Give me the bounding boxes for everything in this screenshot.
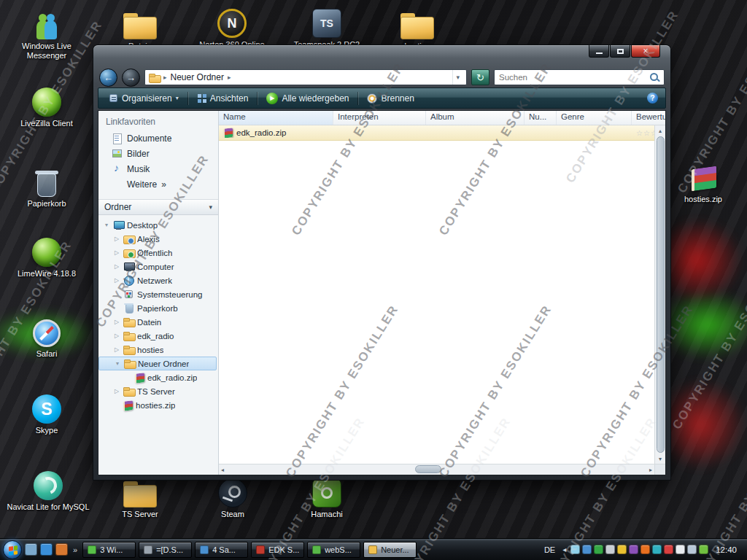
start-button[interactable] xyxy=(3,540,22,559)
tree-item-edk-radio-zip[interactable]: edk_radio.zip xyxy=(98,370,217,384)
refresh-button[interactable]: ↻ xyxy=(471,69,489,85)
tray-app-icon[interactable] xyxy=(617,545,627,554)
address-dropdown-icon[interactable]: ▾ xyxy=(452,70,462,85)
taskbar-button-5[interactable]: webS... xyxy=(307,542,360,558)
vertical-scroll-thumb[interactable] xyxy=(657,136,665,453)
tray-app-icon[interactable] xyxy=(699,545,708,554)
search-box[interactable] xyxy=(494,69,665,85)
burn-button[interactable]: Brennen xyxy=(364,93,417,104)
fav-bilder[interactable]: Bilder xyxy=(98,146,218,161)
expand-icon[interactable]: ▷ xyxy=(113,249,120,256)
taskbar-button-neuer-ordner[interactable]: Neuer... xyxy=(363,542,417,558)
expand-icon[interactable]: ▷ xyxy=(113,236,120,242)
desktop-icon-safari[interactable]: Safari xyxy=(20,312,73,359)
media-player-icon[interactable] xyxy=(55,543,68,556)
column-header-name[interactable]: Name xyxy=(219,111,333,125)
search-input[interactable] xyxy=(499,73,646,82)
tray-collapse-icon[interactable]: ◂ xyxy=(561,545,568,553)
internet-explorer-icon[interactable] xyxy=(40,543,53,556)
column-header-genre[interactable]: Genre xyxy=(557,111,632,125)
volume-icon[interactable] xyxy=(676,545,685,554)
expand-icon[interactable]: ▷ xyxy=(113,332,120,339)
taskbar-button-4[interactable]: EDK S... xyxy=(251,542,304,558)
desktop-icon-hosties[interactable]: hosties xyxy=(388,4,446,51)
expand-icon[interactable]: ▷ xyxy=(113,319,120,325)
desktop-icon-hosties-zip[interactable]: hosties.zip xyxy=(673,158,734,204)
tree-item-systemsteuerung[interactable]: Systemsteuerung xyxy=(98,287,217,301)
chevron-icon[interactable]: ▸ xyxy=(163,74,167,81)
fav-weitere[interactable]: Weitere » xyxy=(98,176,218,192)
desktop-icon-limewire[interactable]: LimeWire 4.18.8 xyxy=(10,232,83,279)
desktop-icon-datein[interactable]: Datein xyxy=(111,4,169,51)
tree-item-computer[interactable]: ▷ Computer xyxy=(98,260,217,273)
views-button[interactable]: Ansichten xyxy=(194,93,252,104)
tray-app-icon[interactable] xyxy=(582,545,592,554)
fav-musik[interactable]: Musik xyxy=(98,161,218,176)
desktop-icon-papierkorb[interactable]: Papierkorb xyxy=(15,162,79,209)
fav-dokumente[interactable]: Dokumente xyxy=(98,131,218,146)
rating-stars[interactable]: ☆☆☆☆☆ xyxy=(632,129,654,137)
scroll-right-icon[interactable]: ▸ xyxy=(649,467,652,473)
vertical-scrollbar[interactable]: ▴ ▾ xyxy=(654,125,665,464)
minimize-button[interactable] xyxy=(589,45,609,58)
taskbar-button-3[interactable]: 4 Sa... xyxy=(195,542,248,558)
hamachi-tray-icon[interactable] xyxy=(594,545,603,554)
network-icon[interactable] xyxy=(687,545,697,554)
tree-item-papierkorb[interactable]: Papierkorb xyxy=(98,301,217,315)
expand-icon[interactable]: ▾ xyxy=(114,360,121,367)
desktop-icon-livezilla[interactable]: LiveZilla Client xyxy=(13,82,80,128)
organize-button[interactable]: Organisieren ▾ xyxy=(106,93,182,104)
column-header-nummer[interactable]: Nu... xyxy=(525,111,557,125)
firefox-icon[interactable] xyxy=(640,545,650,554)
tray-app-icon[interactable] xyxy=(605,545,615,554)
scroll-up-icon[interactable]: ▴ xyxy=(655,125,665,136)
desktop-icon-navicat[interactable]: Navicat Lite for MySQL xyxy=(6,465,90,512)
desktop-icon-norton[interactable]: Norton 360 Online xyxy=(197,3,267,50)
tree-item-hosties-zip[interactable]: hosties.zip xyxy=(98,398,217,412)
expand-icon[interactable]: ▷ xyxy=(113,346,120,353)
expand-icon[interactable]: ▷ xyxy=(113,263,120,270)
tree-item-datein[interactable]: ▷ Datein xyxy=(98,315,217,329)
tree-item-hosties[interactable]: ▷ hosties xyxy=(98,343,217,357)
expand-icon[interactable]: ▷ xyxy=(113,388,120,394)
maximize-button[interactable] xyxy=(610,45,630,58)
folders-band[interactable]: Ordner ▾ xyxy=(98,199,218,215)
desktop-icon-teamspeak[interactable]: Teamspeak 2 RC2 xyxy=(292,3,362,50)
desktop-icon-windows-live-messenger[interactable]: Windows Live Messenger xyxy=(6,4,88,61)
tray-app-icon[interactable] xyxy=(629,545,638,554)
title-bar[interactable]: × xyxy=(98,45,666,67)
back-button[interactable]: ← xyxy=(99,69,117,87)
desktop-icon-skype[interactable]: Skype xyxy=(20,389,73,435)
column-header-bewertung[interactable]: Bewertung xyxy=(632,111,665,125)
show-desktop-icon[interactable] xyxy=(25,543,37,556)
file-row-edk-radio-zip[interactable]: edk_radio.zip ☆☆☆☆☆ xyxy=(219,125,654,141)
tree-item-edk-radio[interactable]: ▷ edk_radio xyxy=(98,329,217,343)
column-header-album[interactable]: Album xyxy=(426,111,525,125)
tree-item-desktop[interactable]: ▾ Desktop xyxy=(98,218,217,232)
shield-icon[interactable] xyxy=(664,545,673,554)
help-button[interactable]: ? xyxy=(647,93,658,104)
scroll-down-icon[interactable]: ▾ xyxy=(655,454,665,464)
taskbar-button-1[interactable]: 3 Wi... xyxy=(82,542,136,558)
column-header-interpreten[interactable]: Interpreten xyxy=(333,111,426,125)
safely-remove-icon[interactable] xyxy=(570,545,580,554)
close-button[interactable]: × xyxy=(631,45,660,58)
search-icon[interactable] xyxy=(649,72,659,82)
tray-app-icon[interactable] xyxy=(652,545,662,554)
tree-item-oeffentlich[interactable]: ▷ Öffentlich xyxy=(98,246,217,260)
horizontal-scrollbar[interactable]: ◂ ▸ xyxy=(219,464,654,475)
language-indicator[interactable]: DE xyxy=(541,545,558,554)
breadcrumb[interactable]: ▸ Neuer Ordner ▸ ▾ xyxy=(144,69,467,85)
clock[interactable]: 12:40 xyxy=(711,545,743,554)
scroll-left-icon[interactable]: ◂ xyxy=(221,467,224,473)
horizontal-scroll-thumb[interactable] xyxy=(415,465,441,473)
tree-item-netzwerk[interactable]: ▷ Netzwerk xyxy=(98,273,217,287)
expand-icon[interactable]: ▾ xyxy=(103,222,110,228)
tree-item-neuer-ordner[interactable]: ▾ Neuer Ordner xyxy=(98,357,217,370)
taskbar-button-2[interactable]: =[D.S... xyxy=(139,542,192,558)
breadcrumb-segment[interactable]: Neuer Ordner xyxy=(171,72,224,82)
expand-icon[interactable]: ▷ xyxy=(113,277,120,284)
tree-item-ts-server[interactable]: ▷ TS Server xyxy=(98,384,217,398)
chevron-icon[interactable]: ▸ xyxy=(228,74,231,81)
play-all-button[interactable]: ▶ Alle wiedergeben xyxy=(263,93,352,104)
